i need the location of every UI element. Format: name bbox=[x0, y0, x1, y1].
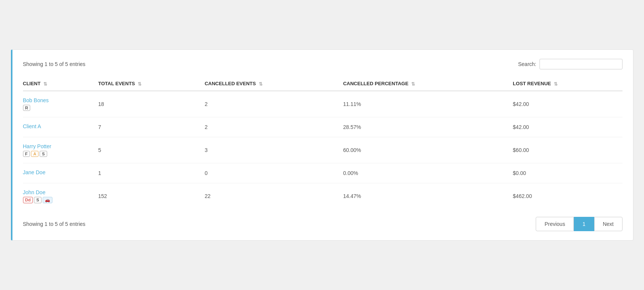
sort-cancelled-events-icon[interactable]: ⇅ bbox=[259, 81, 263, 87]
cell-client-3: Jane Doe bbox=[23, 163, 98, 183]
client-name-link-4[interactable]: John Doe bbox=[23, 189, 94, 195]
client-name-link-0[interactable]: Bob Bones bbox=[23, 97, 94, 103]
client-name-link-1[interactable]: Client A bbox=[23, 123, 94, 129]
cell-total-events-0: 18 bbox=[98, 91, 204, 117]
top-entries-info: Showing 1 to 5 of 5 entries bbox=[23, 61, 86, 67]
sort-lost-revenue-icon[interactable]: ⇅ bbox=[554, 81, 558, 87]
col-cancelled-events: CANCELLED EVENTS ⇅ bbox=[204, 77, 343, 91]
cell-cancelled-events-2: 3 bbox=[204, 137, 343, 163]
next-button[interactable]: Next bbox=[594, 217, 622, 231]
table-row: Client A7228.57%$42.00 bbox=[23, 117, 622, 137]
cell-total-events-4: 152 bbox=[98, 183, 204, 209]
main-container: Showing 1 to 5 of 5 entries Search: CLIE… bbox=[11, 49, 633, 241]
cell-cancelled-events-0: 2 bbox=[204, 91, 343, 117]
cell-cancelled-events-1: 2 bbox=[204, 117, 343, 137]
tag-🚗: 🚗 bbox=[43, 197, 52, 203]
tag-a: A bbox=[31, 151, 38, 157]
page-1-button[interactable]: 1 bbox=[574, 217, 594, 231]
cell-cancelled-pct-0: 11.11% bbox=[343, 91, 513, 117]
bottom-entries-info: Showing 1 to 5 of 5 entries bbox=[23, 221, 86, 227]
sort-cancelled-pct-icon[interactable]: ⇅ bbox=[411, 81, 415, 87]
cell-cancelled-events-3: 0 bbox=[204, 163, 343, 183]
client-tags-2: FAS bbox=[23, 151, 94, 157]
bottom-bar: Showing 1 to 5 of 5 entries Previous 1 N… bbox=[23, 217, 622, 231]
top-bar: Showing 1 to 5 of 5 entries Search: bbox=[23, 59, 622, 69]
cell-client-0: Bob BonesR bbox=[23, 91, 98, 117]
cell-lost-revenue-0: $42.00 bbox=[513, 91, 622, 117]
cell-cancelled-pct-1: 28.57% bbox=[343, 117, 513, 137]
cell-client-4: John DoeDdS🚗 bbox=[23, 183, 98, 209]
client-tags-4: DdS🚗 bbox=[23, 197, 94, 203]
cell-cancelled-pct-4: 14.47% bbox=[343, 183, 513, 209]
cell-total-events-1: 7 bbox=[98, 117, 204, 137]
pagination: Previous 1 Next bbox=[536, 217, 622, 231]
client-name-link-3[interactable]: Jane Doe bbox=[23, 169, 94, 175]
cell-cancelled-pct-2: 60.00% bbox=[343, 137, 513, 163]
cell-lost-revenue-4: $462.00 bbox=[513, 183, 622, 209]
cell-client-2: Harry PotterFAS bbox=[23, 137, 98, 163]
cell-total-events-2: 5 bbox=[98, 137, 204, 163]
col-cancelled-percentage: CANCELLED PERCENTAGE ⇅ bbox=[343, 77, 513, 91]
table-row: Bob BonesR18211.11%$42.00 bbox=[23, 91, 622, 117]
col-total-events: TOTAL EVENTS ⇅ bbox=[98, 77, 204, 91]
search-area: Search: bbox=[518, 59, 622, 69]
tag-f: F bbox=[23, 151, 30, 157]
table-header-row: CLIENT ⇅ TOTAL EVENTS ⇅ CANCELLED EVENTS… bbox=[23, 77, 622, 91]
sort-client-icon[interactable]: ⇅ bbox=[43, 81, 47, 87]
previous-button[interactable]: Previous bbox=[536, 217, 573, 231]
tag-r: R bbox=[23, 105, 31, 111]
col-client: CLIENT ⇅ bbox=[23, 77, 98, 91]
client-tags-0: R bbox=[23, 105, 94, 111]
col-lost-revenue: LOST REVENUE ⇅ bbox=[513, 77, 622, 91]
sort-total-events-icon[interactable]: ⇅ bbox=[138, 81, 141, 87]
table-row: John DoeDdS🚗1522214.47%$462.00 bbox=[23, 183, 622, 209]
tag-dd: Dd bbox=[23, 197, 33, 203]
search-label: Search: bbox=[518, 61, 536, 67]
cell-lost-revenue-3: $0.00 bbox=[513, 163, 622, 183]
tag-s: S bbox=[34, 197, 41, 203]
cell-cancelled-events-4: 22 bbox=[204, 183, 343, 209]
search-input[interactable] bbox=[539, 59, 622, 69]
data-table: CLIENT ⇅ TOTAL EVENTS ⇅ CANCELLED EVENTS… bbox=[23, 77, 622, 209]
client-name-link-2[interactable]: Harry Potter bbox=[23, 143, 94, 149]
table-row: Harry PotterFAS5360.00%$60.00 bbox=[23, 137, 622, 163]
table-row: Jane Doe100.00%$0.00 bbox=[23, 163, 622, 183]
cell-lost-revenue-2: $60.00 bbox=[513, 137, 622, 163]
tag-s: S bbox=[40, 151, 47, 157]
cell-cancelled-pct-3: 0.00% bbox=[343, 163, 513, 183]
cell-lost-revenue-1: $42.00 bbox=[513, 117, 622, 137]
cell-total-events-3: 1 bbox=[98, 163, 204, 183]
cell-client-1: Client A bbox=[23, 117, 98, 137]
